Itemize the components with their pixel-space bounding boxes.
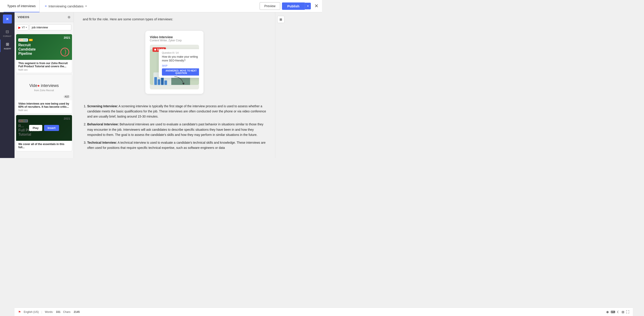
list-item-3-label: Technical Interview: xyxy=(87,141,117,144)
publish-button[interactable]: Publish xyxy=(282,2,305,10)
video-title-3: We cover all of the essentials in this f… xyxy=(18,143,70,149)
format-label: FORMAT xyxy=(3,35,12,37)
youtube-icon: ▶ xyxy=(18,26,21,29)
layout-icon: ⊞ xyxy=(280,18,282,21)
video-interview-card: Video Interview Content Writer, Zyker Co… xyxy=(145,31,204,94)
insert-button-3[interactable]: Insert xyxy=(44,125,59,131)
zoho-logo: ZOHO ⭐ xyxy=(18,38,33,41)
publish-dropdown-button[interactable]: ▾ xyxy=(305,3,311,9)
topbar: Types of interviews ≡ Interviewing candi… xyxy=(0,0,322,12)
tab2-label: Interviewing candidates xyxy=(48,4,84,8)
videos-title: VIDEOS xyxy=(18,15,29,19)
video-thumb-2: Vide● interviews from Zoho Recruit A2Z P… xyxy=(16,75,72,100)
list-item-2: Behavioral Interview: Behavioral intervi… xyxy=(87,122,266,137)
format-icon: ⊟ xyxy=(6,29,9,34)
tab2-icon: ≡ xyxy=(45,4,47,8)
zoho-icon-1 xyxy=(60,48,69,57)
arrow-icon xyxy=(172,75,186,84)
content-with-toolbar: + ⊟ and fit for the role. Here are some … xyxy=(74,12,275,158)
quiz-question-number: Question 8 / 14 xyxy=(162,51,199,54)
close-button[interactable]: ✕ xyxy=(314,3,318,9)
videos-header: VIDEOS ⊗ xyxy=(14,12,74,22)
list-item-1-label: Screening Interview: xyxy=(87,104,118,108)
list-item-3: Technical Interview: A technical intervi… xyxy=(87,140,266,150)
vids-thumb-text: Vide● interviews xyxy=(29,83,59,88)
video-sub-2: NaN sec xyxy=(18,109,70,111)
videos-search-row: ▶ YT ▾ xyxy=(14,22,74,33)
main-layout: ✕ ⊟ FORMAT ⊞ INSERT VIDEOS ⊗ ▶ YT ▾ xyxy=(0,12,322,158)
x-icon: ✕ xyxy=(6,17,9,21)
sidebar-item-format[interactable]: ⊟ FORMAT xyxy=(0,27,14,39)
left-sidebar: ✕ ⊟ FORMAT ⊞ INSERT xyxy=(0,12,14,158)
video-player-area[interactable]: 04:18 xyxy=(150,45,199,89)
content-area: and fit for the role. Here are some comm… xyxy=(74,12,275,158)
publish-button-group: Publish ▾ xyxy=(282,2,311,10)
play-button-3[interactable]: Play xyxy=(29,125,42,131)
vids-thumb-sub: from Zoho Recruit xyxy=(34,89,54,92)
list-item-1: Screening Interview: A screening intervi… xyxy=(87,104,266,119)
chevron-down-icon: ▾ xyxy=(26,26,27,29)
video-card-3[interactable]: 2021 ZOHO R...Full ProductTutorial xyxy=(16,115,72,151)
content-list: Screening Interview: A screening intervi… xyxy=(83,104,266,150)
video-overlay-3: Play Insert xyxy=(16,115,72,141)
intro-text: and fit for the role. Here are some comm… xyxy=(83,17,266,22)
svg-point-0 xyxy=(61,48,69,56)
platform-label: YT xyxy=(22,26,25,29)
videos-panel: VIDEOS ⊗ ▶ YT ▾ 2021 xyxy=(14,12,74,158)
tab-types-of-interviews[interactable]: Types of interviews xyxy=(4,0,40,12)
quiz-overlay-card: Question 8 / 14 How do you make your wri… xyxy=(159,49,199,78)
video-info-2: Video interviews are now being used by 6… xyxy=(16,100,72,113)
video-title-2: Video interviews are now being used by 6… xyxy=(18,102,70,108)
video-card-1[interactable]: 2021 ZOHO ⭐ RecruitCandidatePipeline xyxy=(16,34,72,73)
videos-list: 2021 ZOHO ⭐ RecruitCandidatePipeline xyxy=(14,33,74,158)
zoho-text-1: RecruitCandidatePipeline xyxy=(18,43,36,56)
insert-icon: ⊞ xyxy=(6,42,9,47)
video-card-title: Video Interview xyxy=(150,35,199,39)
video-card-header: Video Interview Content Writer, Zyker Co… xyxy=(150,35,199,42)
video-info-3: We cover all of the essentials in this f… xyxy=(16,141,72,151)
tab1-label: Types of interviews xyxy=(7,4,36,8)
preview-button[interactable]: Preview xyxy=(260,2,280,10)
video-info-1: This segment is from our Zoho Recruit Fu… xyxy=(16,60,72,73)
platform-select[interactable]: ▶ YT ▾ xyxy=(17,24,28,30)
year-label-1: 2021 xyxy=(64,36,70,39)
right-sidebar: ⊞ xyxy=(275,12,286,158)
a2z-badge: A2Z xyxy=(63,95,70,99)
video-thumb-3: 2021 ZOHO R...Full ProductTutorial xyxy=(16,115,72,141)
quiz-question-text: How do you make your writing more SEO-fr… xyxy=(162,55,199,62)
video-card-subtitle: Content Writer, Zyker Corp xyxy=(150,39,199,42)
sidebar-close-button[interactable]: ✕ xyxy=(3,14,12,23)
tab-interviewing-candidates[interactable]: ≡ Interviewing candidates ▾ xyxy=(41,0,90,12)
layout-toggle-button[interactable]: ⊞ xyxy=(277,16,284,23)
quiz-skip-button[interactable]: SKIP xyxy=(162,64,199,67)
video-thumb-1: 2021 ZOHO ⭐ RecruitCandidatePipeline xyxy=(16,34,72,60)
video-card-2[interactable]: Vide● interviews from Zoho Recruit A2Z P… xyxy=(16,74,72,113)
video-title-1: This segment is from our Zoho Recruit Fu… xyxy=(18,62,70,68)
video-sub-1: NaN sec xyxy=(18,68,70,71)
videos-close-button[interactable]: ⊗ xyxy=(68,15,70,19)
chevron-down-icon: ▾ xyxy=(86,5,87,7)
insert-label: INSERT xyxy=(4,48,11,50)
sidebar-item-insert[interactable]: ⊞ INSERT xyxy=(0,39,14,52)
video-search-input[interactable] xyxy=(30,24,71,30)
list-item-2-label: Behavioral Interview: xyxy=(87,122,119,126)
quiz-next-button[interactable]: ANSWERED, MOVE TO NEXT QUESTION xyxy=(162,68,199,75)
content-inner: and fit for the role. Here are some comm… xyxy=(74,12,275,158)
